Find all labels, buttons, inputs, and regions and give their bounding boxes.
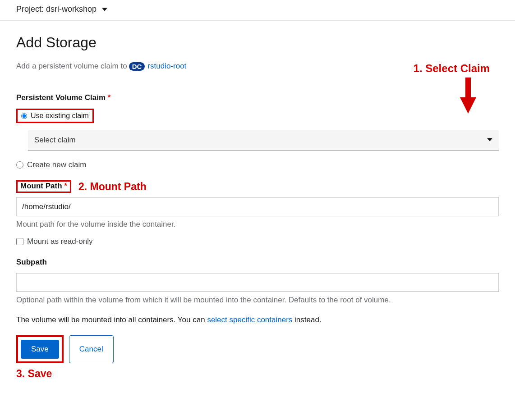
mount-readonly-checkbox[interactable] bbox=[16, 238, 23, 245]
chevron-down-icon[interactable] bbox=[102, 7, 107, 12]
claim-select-placeholder: Select claim bbox=[34, 136, 76, 145]
radio-create-new-claim-label[interactable]: Create new claim bbox=[27, 160, 86, 169]
cancel-button[interactable]: Cancel bbox=[69, 335, 114, 363]
page-title: Add Storage bbox=[16, 34, 499, 51]
pvc-section-label: Persistent Volume Claim * bbox=[16, 93, 110, 102]
annotation-save: 3. Save bbox=[16, 368, 499, 380]
target-resource-link[interactable]: rstudio-root bbox=[147, 62, 186, 71]
form-actions: Save Cancel bbox=[16, 335, 499, 363]
annotation-mount-path: 2. Mount Path bbox=[78, 181, 147, 193]
containers-mount-info: The volume will be mounted into all cont… bbox=[16, 315, 499, 324]
radio-use-existing-claim-label[interactable]: Use existing claim bbox=[31, 112, 89, 120]
subpath-input[interactable] bbox=[16, 273, 499, 292]
mount-path-label: Mount Path * bbox=[20, 182, 67, 191]
deployment-config-badge: DC bbox=[129, 62, 145, 71]
svg-rect-0 bbox=[465, 78, 471, 99]
project-selector-bar: Project: dsri-workshop bbox=[0, 0, 515, 21]
claim-select-dropdown[interactable]: Select claim bbox=[28, 130, 499, 151]
radio-use-existing-claim[interactable] bbox=[21, 113, 27, 119]
mount-readonly-label[interactable]: Mount as read-only bbox=[27, 237, 93, 246]
subpath-label: Subpath bbox=[16, 258, 47, 267]
mount-path-input[interactable] bbox=[16, 197, 499, 216]
subpath-help: Optional path within the volume from whi… bbox=[16, 296, 499, 305]
subpath-section: Subpath Optional path within the volume … bbox=[16, 258, 499, 305]
project-selector[interactable]: Project: dsri-workshop bbox=[16, 5, 97, 14]
annotation-arrow-down-icon bbox=[460, 78, 476, 115]
annotation-select-claim: 1. Select Claim bbox=[414, 62, 490, 75]
mount-path-help: Mount path for the volume inside the con… bbox=[16, 220, 499, 229]
mount-path-section: Mount Path * 2. Mount Path Mount path fo… bbox=[16, 180, 499, 246]
annotation-highlight-existing-claim: Use existing claim bbox=[16, 109, 94, 123]
subtitle-prefix: Add a persistent volume claim to bbox=[16, 62, 127, 71]
radio-create-new-claim[interactable] bbox=[16, 161, 23, 169]
main-content: Add Storage Add a persistent volume clai… bbox=[0, 21, 515, 393]
save-button[interactable]: Save bbox=[21, 340, 59, 359]
annotation-highlight-mount-path: Mount Path * bbox=[16, 180, 71, 193]
select-specific-containers-link[interactable]: select specific containers bbox=[207, 315, 292, 324]
annotation-highlight-save: Save bbox=[16, 335, 64, 363]
chevron-down-icon bbox=[487, 136, 492, 145]
pvc-section: Persistent Volume Claim * Use existing c… bbox=[16, 93, 499, 169]
